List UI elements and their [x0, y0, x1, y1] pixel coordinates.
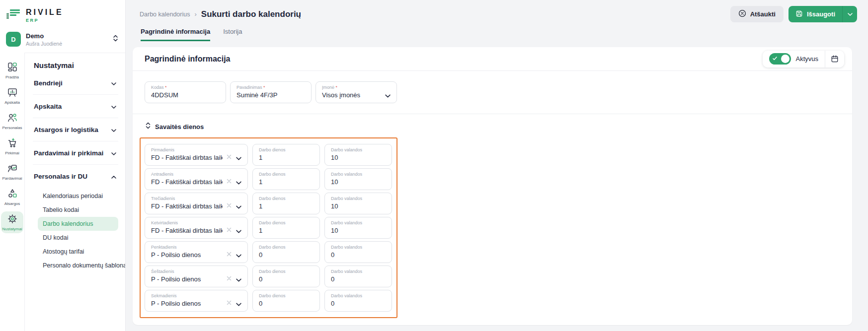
day-type-select[interactable]: Antradienis FD - Faktiškai dirbtas laika… — [145, 168, 248, 190]
week-row-sestadienis: Šeštadienis P - Poilsio dienos Darbo die… — [145, 265, 393, 287]
sales-chart-icon — [7, 166, 17, 175]
user-account[interactable]: D Demo Aušra Juodienė — [0, 27, 125, 53]
work-hours-field[interactable]: Darbo valandos 0 — [324, 241, 392, 263]
week-row-pirmadienis: Pirmadienis FD - Faktiškai dirbtas laika… — [145, 144, 393, 166]
imone-select[interactable]: Įmonė * Visos įmonės — [316, 81, 397, 103]
week-days-highlight-box: Pirmadienis FD - Faktiškai dirbtas laika… — [140, 137, 397, 318]
work-hours-field[interactable]: Darbo valandos 0 — [324, 265, 392, 287]
active-toggle-box: Aktyvus — [763, 51, 844, 67]
rail-item-apskaita[interactable]: Apskaita — [1, 85, 23, 107]
chevron-down-icon — [236, 178, 241, 187]
work-days-field[interactable]: Darbo dienos 1 — [252, 193, 320, 214]
week-row-sekmadienis: Sekmadienis P - Poilsio dienos Darbo die… — [145, 290, 393, 312]
work-days-field[interactable]: Darbo dienos 1 — [252, 217, 320, 239]
main-card: Pagrindinė informacija Aktyvus — [133, 47, 852, 325]
board-chart-icon — [7, 90, 17, 99]
week-row-antradienis: Antradienis FD - Faktiškai dirbtas laika… — [145, 168, 393, 190]
day-type-select[interactable]: Sekmadienis P - Poilsio dienos — [145, 290, 248, 312]
rail-item-pradzia[interactable]: Pradžia — [1, 60, 23, 81]
work-hours-field[interactable]: Darbo valandos 0 — [324, 290, 392, 312]
rail-label: Nustatymai — [1, 227, 23, 231]
rail-label: Atsargos — [1, 201, 23, 206]
chevron-down-icon — [111, 149, 116, 157]
rail-item-pirkimai[interactable]: Pirkimai — [1, 135, 23, 157]
work-days-field[interactable]: Darbo dienos 1 — [252, 144, 320, 166]
card-title: Pagrindinė informacija — [145, 55, 230, 64]
account-switcher-icon[interactable] — [113, 35, 118, 44]
user-subtitle: Aušra Juodienė — [26, 41, 62, 47]
week-row-treciadienis: Trečiadienis FD - Faktiškai dirbtas laik… — [145, 193, 393, 214]
tab-istorija[interactable]: Istorija — [223, 28, 242, 41]
user-name: Demo — [26, 32, 62, 40]
cancel-circle-x-icon — [738, 9, 746, 19]
submenu-item-tabelio-kodai[interactable]: Tabelio kodai — [38, 203, 118, 217]
calendar-icon[interactable] — [825, 51, 844, 67]
work-days-field[interactable]: Darbo dienos 0 — [252, 241, 320, 263]
chevron-down-icon — [236, 226, 241, 235]
day-type-select[interactable]: Pirmadienis FD - Faktiškai dirbtas laika… — [145, 144, 248, 166]
day-type-select[interactable]: Ketvirtadienis FD - Faktiškai dirbtas la… — [145, 217, 248, 239]
work-hours-field[interactable]: Darbo valandos 10 — [324, 168, 392, 190]
chevron-down-icon — [236, 299, 241, 308]
work-days-field[interactable]: Darbo dienos 0 — [252, 265, 320, 287]
chevron-down-icon — [111, 79, 116, 87]
clear-icon[interactable] — [227, 250, 232, 259]
breadcrumb[interactable]: Darbo kalendorius — [140, 11, 190, 18]
chevron-down-icon — [236, 251, 241, 260]
tab-pagrindine-informacija[interactable]: Pagrindinė informacija — [141, 28, 210, 41]
module-rail: Pradžia Apskaita — [0, 53, 24, 331]
avatar: D — [6, 32, 21, 47]
imone-value: Visos įmonės — [322, 91, 391, 99]
save-dropdown-chevron-icon[interactable] — [842, 6, 857, 22]
clear-icon[interactable] — [227, 201, 232, 210]
menu-group-personalas-ir-du[interactable]: Personalas ir DU — [33, 165, 118, 188]
tab-bar: Pagrindinė informacija Istorija — [140, 28, 857, 41]
dashboard-icon — [7, 65, 17, 73]
menu-group-pardavimai-ir-pirkimai[interactable]: Pardavimai ir pirkimai — [33, 141, 118, 165]
work-hours-field[interactable]: Darbo valandos 10 — [324, 193, 392, 214]
day-type-select[interactable]: Trečiadienis FD - Faktiškai dirbtas laik… — [145, 193, 248, 214]
clear-icon[interactable] — [227, 298, 232, 307]
app-shell: RIVILE ERP D Demo Aušra Juodienė — [0, 0, 868, 331]
menu-group-apskaita[interactable]: Apskaita — [33, 95, 118, 118]
work-hours-field[interactable]: Darbo valandos 10 — [324, 144, 392, 166]
work-hours-field[interactable]: Darbo valandos 10 — [324, 217, 392, 239]
general-fields: Kodas * 4DDSUM Pavadinimas * Suminė 4F/3… — [133, 71, 852, 114]
week-row-penktadienis: Penktadienis P - Poilsio dienos Darbo di… — [145, 241, 393, 263]
week-days-section: Savaitės dienos Pirmadienis FD - Faktišk… — [133, 114, 852, 325]
menu-title: Nustatymai — [34, 61, 118, 69]
logo: RIVILE ERP — [0, 0, 125, 27]
rail-label: Personalas — [1, 126, 23, 130]
cancel-button[interactable]: Atšaukti — [730, 6, 784, 22]
settings-menu: Nustatymai Bendrieji Apskaita Atsargos i… — [24, 53, 125, 331]
pavadinimas-field[interactable]: Pavadinimas * Suminė 4F/3P — [230, 81, 312, 103]
menu-group-atsargos-ir-logistika[interactable]: Atsargos ir logistika — [33, 118, 118, 141]
kodas-field[interactable]: Kodas * 4DDSUM — [145, 81, 226, 103]
clear-icon[interactable] — [227, 177, 232, 186]
chevron-down-icon — [385, 91, 391, 100]
submenu-item-atostogu-tarifai[interactable]: Atostogų tarifai — [38, 245, 118, 259]
clear-icon[interactable] — [227, 225, 232, 234]
active-toggle[interactable] — [769, 53, 791, 65]
rivile-logo-icon — [6, 8, 21, 23]
rail-item-pardavimai[interactable]: Pardavimai — [1, 161, 23, 183]
clear-icon[interactable] — [227, 152, 232, 161]
submenu-item-du-kodai[interactable]: DU kodai — [38, 231, 118, 245]
clear-icon[interactable] — [227, 274, 232, 283]
rail-item-nustatymai[interactable]: Nustatymai — [1, 211, 23, 233]
submenu-item-darbo-kalendorius[interactable]: Darbo kalendorius — [38, 217, 118, 231]
day-type-select[interactable]: Šeštadienis P - Poilsio dienos — [145, 265, 248, 287]
chevron-down-icon — [111, 126, 116, 133]
collapse-sort-icon[interactable] — [146, 122, 151, 131]
menu-group-bendrieji[interactable]: Bendrieji — [33, 71, 118, 95]
rail-item-personalas[interactable]: Personalas — [1, 110, 23, 132]
submenu-item-kalendoriaus-periodai[interactable]: Kalendoriaus periodai — [38, 189, 118, 203]
work-days-field[interactable]: Darbo dienos 0 — [252, 290, 320, 312]
save-button[interactable]: Išsaugoti — [789, 6, 857, 22]
work-days-field[interactable]: Darbo dienos 1 — [252, 168, 320, 190]
chevron-down-icon — [111, 103, 116, 110]
submenu-item-personalo-dokumentu-sablonai[interactable]: Personalo dokumentų šablonai — [38, 259, 118, 272]
rail-item-atsargos[interactable]: Atsargos — [1, 186, 23, 208]
shapes-icon — [7, 192, 17, 200]
day-type-select[interactable]: Penktadienis P - Poilsio dienos — [145, 241, 248, 263]
